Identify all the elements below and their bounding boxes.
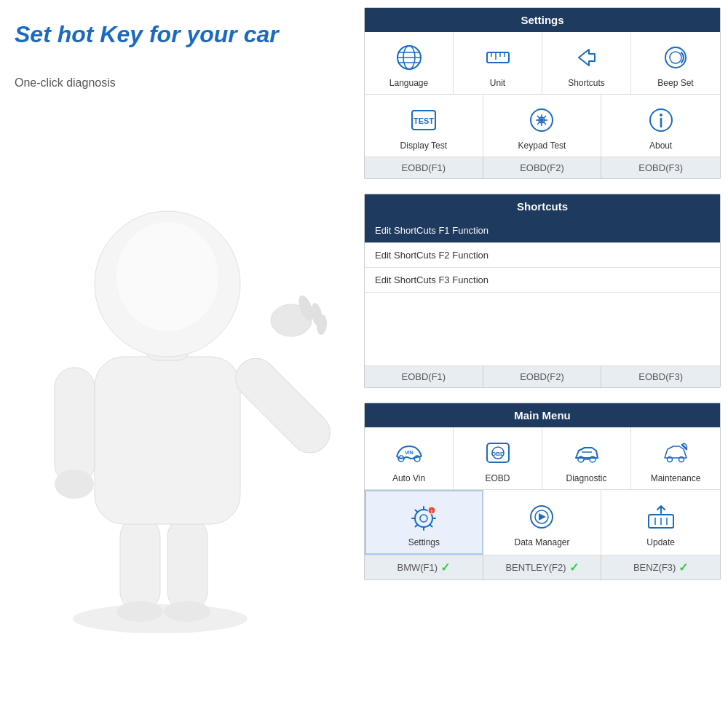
mm-maintenance[interactable]: Maintenance [631, 427, 720, 489]
svg-point-3 [116, 601, 163, 622]
wrench-icon [660, 436, 692, 469]
mm-footer-f2-check: ✓ [569, 561, 579, 574]
main-menu-footer: BMW(F1) ✓ BENTLEY(F2) ✓ BENZ(F3) ✓ [365, 555, 720, 579]
shortcuts-list: Edit ShortCuts F1 Function Edit ShortCut… [365, 218, 720, 366]
svg-rect-5 [95, 357, 240, 524]
shortcuts-panel-header: Shortcuts [365, 194, 720, 218]
mm-footer-f3[interactable]: BENZ(F3) ✓ [601, 555, 720, 579]
svg-point-27 [670, 52, 681, 63]
settings-unit[interactable]: Unit [454, 32, 542, 94]
mm-footer-f1-label: BMW(F1) [397, 562, 438, 573]
settings-beep[interactable]: Beep Set [631, 32, 720, 94]
shortcuts-footer-f1[interactable]: EOBD(F1) [365, 366, 483, 387]
shortcut-icon [570, 41, 603, 74]
mm-data-manager-label: Data Manager [514, 537, 569, 547]
mm-eobd-label: EOBD [485, 473, 510, 483]
mm-diagnostic[interactable]: Diagnostic [542, 427, 631, 489]
settings-footer-f3[interactable]: EOBD(F3) [601, 157, 720, 178]
svg-point-26 [665, 47, 686, 68]
settings-about[interactable]: About [601, 95, 720, 157]
main-menu-panel: Main Menu VIN Auto Vin [364, 403, 721, 580]
globe-icon [392, 41, 425, 74]
settings-row1: Language Unit [365, 32, 720, 95]
svg-marker-51 [539, 513, 546, 521]
svg-rect-2 [167, 517, 207, 612]
settings-footer: EOBD(F1) EOBD(F2) EOBD(F3) [365, 157, 720, 178]
car-diag-icon [570, 436, 603, 469]
settings-about-label: About [649, 141, 672, 151]
upload-box-icon [644, 500, 677, 533]
subline: One-click diagnosis [15, 76, 116, 90]
panels-area: Settings Language [364, 7, 721, 595]
svg-point-15 [116, 222, 218, 331]
mm-footer-f2-label: BENTLEY(F2) [505, 562, 566, 573]
svg-point-46 [420, 515, 427, 522]
settings-shortcuts-label: Shortcuts [568, 78, 605, 88]
mm-settings-label: Settings [408, 537, 440, 547]
settings-unit-label: Unit [490, 78, 505, 88]
mm-data-manager[interactable]: Data Manager [483, 490, 602, 555]
settings-beep-label: Beep Set [657, 78, 693, 88]
settings-panel: Settings Language [364, 7, 721, 179]
shortcuts-footer: EOBD(F1) EOBD(F2) EOBD(F3) [365, 366, 720, 387]
svg-text:!: ! [431, 509, 432, 514]
settings-display-test-label: Display Test [400, 141, 447, 151]
mm-auto-vin[interactable]: VIN Auto Vin [365, 427, 454, 489]
mm-footer-f3-label: BENZ(F3) [633, 562, 676, 573]
keypad-icon [526, 103, 558, 136]
svg-text:TEST: TEST [414, 116, 434, 125]
mm-diagnostic-label: Diagnostic [566, 473, 606, 483]
settings-panel-header: Settings [365, 8, 720, 32]
speaker-icon [660, 41, 692, 74]
svg-point-4 [164, 601, 210, 622]
mm-footer-f3-check: ✓ [678, 561, 688, 574]
settings-language[interactable]: Language [365, 32, 454, 94]
shortcuts-panel: Shortcuts Edit ShortCuts F1 Function Edi… [364, 194, 721, 388]
robot-figure [7, 95, 342, 648]
settings-keypad-test-label: Keypad Test [518, 141, 566, 151]
settings-row2: TEST Display Test Keypad Test [365, 95, 720, 157]
test-icon: TEST [407, 103, 440, 136]
mm-settings[interactable]: ! Settings [365, 490, 483, 555]
mm-update-label: Update [646, 537, 675, 547]
obd-icon: OBD [481, 436, 514, 469]
svg-point-33 [660, 114, 662, 116]
vin-icon: VIN [392, 436, 425, 469]
mm-maintenance-label: Maintenance [651, 473, 701, 483]
svg-rect-8 [228, 350, 339, 461]
mm-footer-f1-check: ✓ [440, 561, 450, 574]
shortcut-item-f2[interactable]: Edit ShortCuts F2 Function [365, 243, 720, 268]
settings-keypad-test[interactable]: Keypad Test [483, 95, 602, 157]
svg-rect-6 [55, 368, 95, 484]
shortcut-item-f1[interactable]: Edit ShortCuts F1 Function [365, 218, 720, 243]
shortcuts-empty-space [365, 293, 720, 365]
play-circle-icon [526, 500, 558, 533]
main-menu-header: Main Menu [365, 403, 720, 427]
svg-text:VIN: VIN [405, 450, 414, 455]
gear-alert-icon: ! [408, 500, 440, 533]
settings-footer-f2[interactable]: EOBD(F2) [483, 157, 602, 178]
shortcuts-footer-f3[interactable]: EOBD(F3) [601, 366, 720, 387]
shortcut-item-f3[interactable]: Edit ShortCuts F3 Function [365, 268, 720, 293]
mm-eobd[interactable]: OBD EOBD [454, 427, 542, 489]
settings-display-test[interactable]: TEST Display Test [365, 95, 483, 157]
mm-auto-vin-label: Auto Vin [392, 473, 425, 483]
mm-footer-f1[interactable]: BMW(F1) ✓ [365, 555, 483, 579]
settings-shortcuts[interactable]: Shortcuts [542, 32, 631, 94]
svg-rect-1 [120, 517, 160, 612]
svg-point-7 [55, 470, 94, 499]
left-panel: Set hot Key for your car One-click diagn… [0, 0, 349, 728]
mm-footer-f2[interactable]: BENTLEY(F2) ✓ [483, 555, 602, 579]
headline: Set hot Key for your car [15, 22, 279, 47]
main-menu-row2: ! Settings Data Manager [365, 490, 720, 555]
shortcuts-footer-f2[interactable]: EOBD(F2) [483, 366, 602, 387]
mm-update[interactable]: Update [601, 490, 720, 555]
svg-rect-21 [487, 52, 509, 63]
info-icon [644, 103, 677, 136]
main-menu-row1: VIN Auto Vin OBD EOBD [365, 427, 720, 490]
svg-text:OBD: OBD [491, 451, 505, 457]
settings-footer-f1[interactable]: EOBD(F1) [365, 157, 483, 178]
settings-language-label: Language [389, 78, 428, 88]
ruler-icon [481, 41, 514, 74]
